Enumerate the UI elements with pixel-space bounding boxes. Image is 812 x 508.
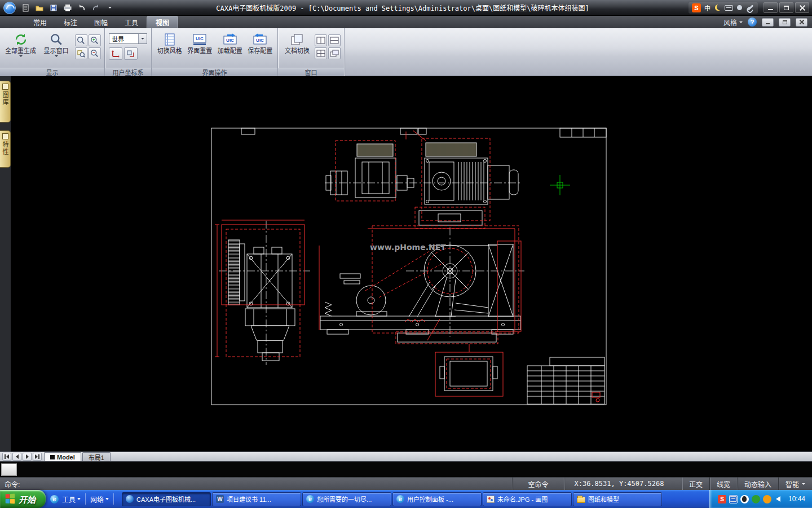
ribbon-minimize-button[interactable] [762,18,774,27]
save-config-button[interactable]: UIC 保存配置 [246,31,275,65]
status-spacer [674,478,682,491]
redo-button[interactable] [89,2,103,14]
doc-switch-button[interactable]: 文档切换 [282,31,312,65]
command-history-area[interactable] [0,461,812,477]
zoom-dynamic-button[interactable] [75,34,87,46]
paint-icon [487,496,495,503]
restore-button[interactable] [779,2,793,13]
tile-horizontal-button[interactable] [328,34,341,46]
ime-toolbar[interactable]: S 中 [689,2,758,14]
zoom-in-button[interactable] [89,34,101,46]
tile-grid-button[interactable] [315,47,327,59]
print-icon [63,3,72,12]
next-sheet-button[interactable] [23,453,32,461]
ribbon-tab-row: 常用 标注 图幅 工具 视图 风格 ? [0,16,812,28]
chevron-down-icon [19,55,23,57]
tray-sogou-icon[interactable]: S [718,495,726,503]
new-ucs-button[interactable] [109,47,122,60]
save-icon [49,3,58,12]
tab-view[interactable]: 视图 [147,16,178,28]
switch-style-button[interactable]: 切换风格 [156,31,184,65]
print-button[interactable] [61,2,74,14]
ucs-select[interactable]: 世界 [109,33,147,44]
watermark: www.pHome.NET [370,243,446,252]
dynamic-input-toggle[interactable]: 动态输入 [737,478,778,491]
style-notebook-icon [162,33,177,46]
prev-sheet-button[interactable] [12,453,21,461]
start-button[interactable]: 开始 [0,490,46,508]
group-window: 文档切换 窗口 [278,28,345,76]
group-ui-ops: 切换风格 UIC 界面重置 UIC 加载配置 UIC 保存配置 界面操作 [152,28,278,76]
zoom-out-button[interactable] [89,47,101,59]
new-file-icon [21,3,30,12]
status-fields: 空命令 X:36.8531, Y:4507.5268 正交 线宽 动态输入 智能 [512,478,812,491]
ui-reset-button[interactable]: UIC 界面重置 [186,31,214,65]
first-sheet-button[interactable] [2,453,11,461]
tile-vertical-button[interactable] [315,34,327,46]
task-word-doc[interactable]: W 项目建议书 11... [212,492,301,506]
tools-toolbar-dropdown[interactable]: 工具 [62,494,81,504]
select-caret[interactable] [138,34,147,43]
drawing-canvas[interactable]: www.pHome.NET [11,76,812,452]
sheet-tab-bar: Model 布局1 [0,452,812,461]
minimize-button[interactable] [764,2,778,13]
command-prompt[interactable]: 命令: [0,479,20,489]
load-config-button[interactable]: UIC 加载配置 [216,31,244,65]
style-dropdown[interactable]: 风格 [723,17,743,27]
tray-volume-icon[interactable] [774,495,783,503]
close-button[interactable] [795,2,809,13]
library-icon [2,84,8,90]
ime-fullhalf-icon[interactable] [714,3,722,12]
task-caxa[interactable]: CAXA电子图板机械... [122,492,211,506]
regenerate-all-button[interactable]: 全部重生成 [4,31,37,65]
sheet-frame [211,128,606,405]
folder-icon [577,497,585,503]
dock-tab-library[interactable]: 图库 [0,81,11,122]
task-folder[interactable]: 图纸和模型 [573,492,662,506]
chevron-down-icon [739,21,743,23]
command-mode-field: 空命令 [512,478,564,491]
task-ie-page1[interactable]: e 您所需要的一切尽... [302,492,391,506]
tray-qq-icon[interactable] [740,495,749,503]
open-file-button[interactable] [33,2,46,14]
cascade-button[interactable] [328,47,341,59]
ie-quicklaunch-icon[interactable]: e [50,495,59,503]
doc-restore-button[interactable] [779,18,791,27]
ortho-toggle[interactable]: 正交 [682,478,709,491]
tab-model[interactable]: Model [44,452,81,461]
task-paint[interactable]: 未命名.JPG - 画图 [483,492,572,506]
ime-account-button[interactable] [735,3,744,12]
command-window-handle[interactable] [1,463,17,476]
help-button[interactable]: ? [748,17,757,27]
ime-language-toggle[interactable]: 中 [703,3,712,12]
tray-antivirus-icon[interactable] [752,495,760,503]
save-button[interactable] [47,2,60,14]
undo-button[interactable] [75,2,89,14]
qat-customize-button[interactable] [103,2,117,14]
tab-sheet[interactable]: 图幅 [86,16,116,28]
ime-settings-button[interactable] [746,3,754,12]
coordinates-field: X:36.8531, Y:4507.5268 [564,478,674,491]
last-sheet-button[interactable] [33,453,42,461]
app-logo-icon[interactable] [3,2,16,14]
manage-ucs-button[interactable] [124,47,138,60]
first-icon [6,454,9,459]
new-file-button[interactable] [19,2,32,14]
zoom-extents-button[interactable] [75,47,87,59]
smart-snap-dropdown[interactable]: 智能 [778,478,812,491]
tab-tools[interactable]: 工具 [116,16,147,28]
doc-close-button[interactable] [796,18,807,27]
ime-keyboard-button[interactable] [725,3,733,12]
lineweight-toggle[interactable]: 线宽 [709,478,737,491]
task-ie-page2[interactable]: e 用户控制面板 -... [392,492,482,506]
show-window-button[interactable]: 显示窗口 [39,31,73,65]
sogou-logo-icon[interactable]: S [692,3,701,12]
dock-tab-properties[interactable]: 特性 [0,130,11,168]
tray-ime-icon[interactable] [729,495,738,503]
tab-annotate[interactable]: 标注 [55,16,86,28]
tab-common[interactable]: 常用 [25,16,55,28]
tray-update-icon[interactable] [763,495,771,503]
tab-layout1[interactable]: 布局1 [82,452,111,461]
clock[interactable]: 10:44 [788,495,805,503]
network-toolbar-dropdown[interactable]: 网络 [90,494,109,504]
